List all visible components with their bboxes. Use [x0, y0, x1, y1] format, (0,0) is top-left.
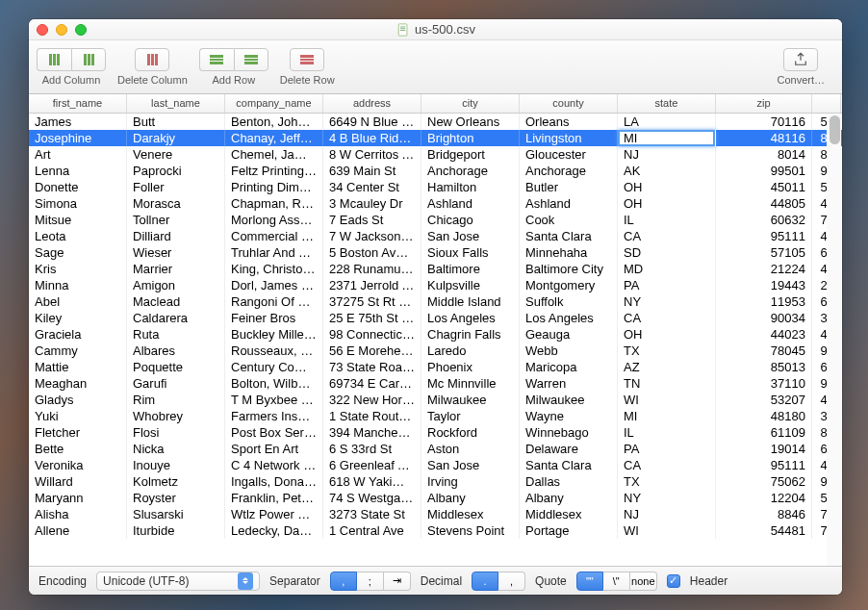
- cell-zip[interactable]: 44023: [716, 326, 812, 343]
- cell-company_name[interactable]: Chemel, James…: [225, 146, 323, 163]
- cell-state[interactable]: CA: [618, 228, 716, 244]
- cell-city[interactable]: Bridgeport: [421, 146, 520, 163]
- cell-state[interactable]: IL: [618, 212, 716, 228]
- cell-company_name[interactable]: Wtlz Power 10…: [225, 506, 323, 522]
- cell-county[interactable]: Gloucester: [520, 146, 618, 163]
- cell-last_name[interactable]: Kolmetz: [127, 473, 225, 490]
- cell-first_name[interactable]: Fletcher: [29, 424, 127, 441]
- cell-county[interactable]: Maricopa: [520, 359, 618, 375]
- cell-last_name[interactable]: Rim: [127, 392, 225, 408]
- add-row-button[interactable]: [199, 48, 234, 71]
- cell-company_name[interactable]: Farmers Insura…: [225, 408, 323, 424]
- table-row[interactable]: AlishaSlusarskiWtlz Power 10…3273 State …: [29, 506, 842, 522]
- cell-company_name[interactable]: Chanay, Jeffre…: [225, 130, 323, 146]
- cell-address[interactable]: 7 W Jackson Bl…: [323, 228, 421, 244]
- cell-county[interactable]: Delaware: [520, 441, 618, 457]
- cell-first_name[interactable]: Veronika: [29, 457, 127, 473]
- cell-address[interactable]: 3 Mcauley Dr: [323, 195, 421, 212]
- cell-zip[interactable]: 61109: [716, 424, 812, 441]
- cell-state[interactable]: AK: [618, 163, 716, 179]
- add-column-button[interactable]: [37, 48, 71, 71]
- cell-company_name[interactable]: Century Comm…: [225, 359, 323, 375]
- cell-zip[interactable]: 95111: [716, 457, 812, 473]
- cell-city[interactable]: Kulpsville: [421, 277, 520, 293]
- cell-city[interactable]: Brighton: [421, 130, 520, 146]
- table-row[interactable]: MaryannRoysterFranklin, Peter…74 S Westg…: [29, 490, 842, 506]
- cell-company_name[interactable]: T M Byxbee Co…: [225, 392, 323, 408]
- cell-state[interactable]: NY: [618, 293, 716, 310]
- scrollbar-track[interactable]: [827, 114, 841, 566]
- cell-first_name[interactable]: Kiley: [29, 310, 127, 326]
- table-row[interactable]: BetteNickaSport En Art6 S 33rd StAstonDe…: [29, 441, 842, 457]
- cell-county[interactable]: Anchorage: [520, 163, 618, 179]
- cell-city[interactable]: Baltimore: [421, 261, 520, 277]
- cell-state[interactable]: MI: [618, 408, 716, 424]
- cell-city[interactable]: Taylor: [421, 408, 520, 424]
- add-column-after-button[interactable]: [71, 48, 106, 71]
- cell-zip[interactable]: 44805: [716, 195, 812, 212]
- cell-state[interactable]: MI: [618, 130, 716, 146]
- cell-state[interactable]: PA: [618, 277, 716, 293]
- cell-city[interactable]: Laredo: [421, 343, 520, 359]
- table-row[interactable]: CammyAlbaresRousseaux, Mi…56 E Morehead……: [29, 343, 842, 359]
- titlebar[interactable]: us-500.csv: [29, 19, 842, 40]
- delete-column-button[interactable]: [135, 48, 169, 71]
- cell-address[interactable]: 4 B Blue Ridge…: [323, 130, 421, 146]
- cell-company_name[interactable]: Buckley Miller…: [225, 326, 323, 343]
- cell-company_name[interactable]: Morlong Assoc…: [225, 212, 323, 228]
- table-row[interactable]: JosephineDarakjyChanay, Jeffre…4 B Blue …: [29, 130, 842, 146]
- table-row[interactable]: AlleneIturbideLedecky, David…1 Central A…: [29, 522, 842, 539]
- table-row[interactable]: LeotaDilliardCommercial Pr…7 W Jackson B…: [29, 228, 842, 244]
- cell-company_name[interactable]: Rangoni Of Flo…: [225, 293, 323, 310]
- cell-county[interactable]: Milwaukee: [520, 392, 618, 408]
- cell-county[interactable]: Suffolk: [520, 293, 618, 310]
- header-checkbox[interactable]: ✓: [667, 574, 680, 588]
- cell-county[interactable]: Santa Clara: [520, 457, 618, 473]
- cell-zip[interactable]: 48116: [716, 130, 812, 146]
- cell-first_name[interactable]: Maryann: [29, 490, 127, 506]
- minimize-button[interactable]: [56, 24, 67, 36]
- cell-address[interactable]: 34 Center St: [323, 179, 421, 195]
- cell-state[interactable]: NJ: [618, 506, 716, 522]
- separator-option[interactable]: ;: [357, 572, 384, 591]
- cell-city[interactable]: Irving: [421, 473, 520, 490]
- column-header[interactable]: address: [323, 94, 421, 113]
- column-header[interactable]: first_name: [29, 94, 127, 113]
- cell-county[interactable]: Orleans: [520, 114, 618, 130]
- cell-city[interactable]: Middlesex: [421, 506, 520, 522]
- quote-option[interactable]: \": [603, 572, 630, 591]
- cell-first_name[interactable]: Graciela: [29, 326, 127, 343]
- cell-first_name[interactable]: Josephine: [29, 130, 127, 146]
- cell-state[interactable]: TX: [618, 343, 716, 359]
- cell-first_name[interactable]: Bette: [29, 441, 127, 457]
- cell-state[interactable]: MD: [618, 261, 716, 277]
- table-row[interactable]: FletcherFlosiPost Box Servi…394 Manchest…: [29, 424, 842, 441]
- column-header[interactable]: city: [421, 94, 520, 113]
- cell-city[interactable]: Stevens Point: [421, 522, 520, 539]
- cell-city[interactable]: Milwaukee: [421, 392, 520, 408]
- cell-address[interactable]: 6 S 33rd St: [323, 441, 421, 457]
- cell-last_name[interactable]: Caldarera: [127, 310, 225, 326]
- cell-address[interactable]: 639 Main St: [323, 163, 421, 179]
- cell-last_name[interactable]: Maclead: [127, 293, 225, 310]
- table-row[interactable]: YukiWhobreyFarmers Insura…1 State Route …: [29, 408, 842, 424]
- cell-last_name[interactable]: Dilliard: [127, 228, 225, 244]
- cell-state[interactable]: OH: [618, 326, 716, 343]
- cell-address[interactable]: 56 E Morehead…: [323, 343, 421, 359]
- cell-zip[interactable]: 53207: [716, 392, 812, 408]
- cell-first_name[interactable]: Kris: [29, 261, 127, 277]
- table-row[interactable]: AbelMacleadRangoni Of Flo…37275 St Rt 17…: [29, 293, 842, 310]
- cell-last_name[interactable]: Paprocki: [127, 163, 225, 179]
- cell-county[interactable]: Winnebago: [520, 424, 618, 441]
- cell-address[interactable]: 6649 N Blue G…: [323, 114, 421, 130]
- cell-address[interactable]: 618 W Yakima…: [323, 473, 421, 490]
- cell-city[interactable]: New Orleans: [421, 114, 520, 130]
- cell-company_name[interactable]: C 4 Network Inc: [225, 457, 323, 473]
- cell-state[interactable]: TX: [618, 473, 716, 490]
- cell-last_name[interactable]: Whobrey: [127, 408, 225, 424]
- cell-address[interactable]: 98 Connecticu…: [323, 326, 421, 343]
- cell-zip[interactable]: 85013: [716, 359, 812, 375]
- cell-zip[interactable]: 12204: [716, 490, 812, 506]
- cell-state[interactable]: SD: [618, 244, 716, 261]
- cell-zip[interactable]: 37110: [716, 375, 812, 392]
